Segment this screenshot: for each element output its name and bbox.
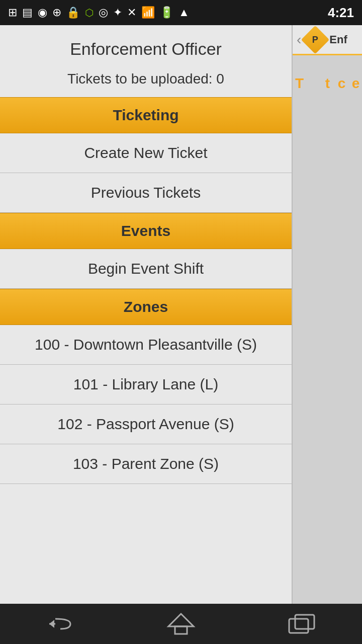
grid-icon: ▤: [22, 6, 33, 19]
zone-downtown-button[interactable]: 100 - Downtown Pleasantville (S): [0, 325, 292, 365]
lock-icon: 🔒: [66, 6, 80, 19]
svg-rect-3: [289, 619, 308, 633]
events-section-header: Events: [0, 213, 292, 249]
svg-marker-0: [49, 620, 54, 628]
main-container: Enforcement Officer Tickets to be upload…: [0, 25, 362, 604]
partial-header-text: Enf: [329, 33, 347, 46]
bottom-navigation: [0, 604, 362, 644]
nav-home-button[interactable]: [161, 611, 201, 636]
ticketing-section-header: Ticketing: [0, 97, 292, 133]
zones-section-header: Zones: [0, 289, 292, 325]
wifi-icon: 📶: [141, 6, 155, 19]
add-icon: ⊞: [8, 6, 17, 19]
svg-rect-4: [295, 615, 314, 629]
time-display: 4:21: [328, 5, 354, 21]
nav-recents-button[interactable]: [282, 611, 322, 636]
previous-tickets-button[interactable]: Previous Tickets: [0, 173, 292, 213]
svg-marker-1: [168, 614, 194, 626]
app-logo: P: [301, 25, 330, 54]
back-chevron-icon[interactable]: ‹: [297, 32, 301, 48]
status-icons-left: ⊞ ▤ ◉ ⊕ 🔒 ⬡ ◎ ✦ ✕ 📶 🔋 ▲: [8, 6, 190, 19]
status-bar: ⊞ ▤ ◉ ⊕ 🔒 ⬡ ◎ ✦ ✕ 📶 🔋 ▲ 4:21: [0, 0, 362, 25]
left-panel: Enforcement Officer Tickets to be upload…: [0, 25, 292, 604]
battery-icon: 🔋: [160, 6, 173, 19]
bluetooth-icon: ✦: [113, 6, 122, 19]
right-panel: ‹ P Enf SelectTask: [292, 25, 362, 604]
svg-rect-2: [175, 626, 187, 634]
right-panel-header: ‹ P Enf: [293, 25, 362, 55]
begin-event-shift-button[interactable]: Begin Event Shift: [0, 249, 292, 289]
nav-back-button[interactable]: [40, 611, 80, 636]
mute-icon: ✕: [127, 6, 136, 19]
create-new-ticket-button[interactable]: Create New Ticket: [0, 133, 292, 173]
signal-icon: ⊕: [52, 6, 61, 19]
select-task-label: SelectTask: [292, 75, 362, 92]
location-icon: ◎: [99, 6, 108, 19]
dev-icon: ⬡: [85, 7, 94, 19]
tickets-upload-count: Tickets to be uploaded: 0: [0, 64, 292, 97]
zone-library-lane-button[interactable]: 101 - Library Lane (L): [0, 365, 292, 405]
signal-bars: ▲: [178, 6, 190, 19]
zone-parent-zone-button[interactable]: 103 - Parent Zone (S): [0, 444, 292, 484]
motorola-icon: ◉: [38, 6, 47, 19]
zone-passport-avenue-button[interactable]: 102 - Passport Avenue (S): [0, 405, 292, 444]
enforcement-officer-title: Enforcement Officer: [0, 25, 292, 64]
